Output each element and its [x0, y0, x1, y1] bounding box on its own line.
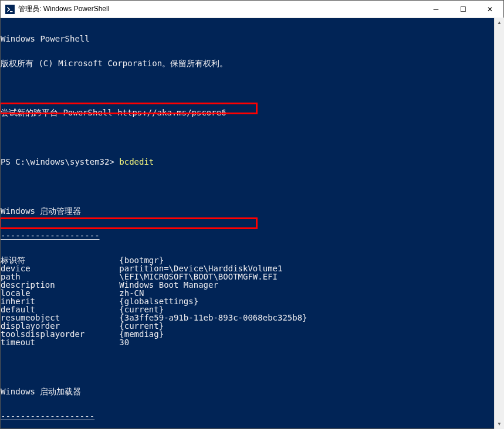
output-row: default {current}	[1, 305, 503, 314]
row-key: toolsdisplayorder	[1, 330, 119, 338]
blank-line	[1, 363, 503, 371]
output-row: device partition=\Device\HarddiskVolume1	[1, 264, 503, 273]
header-line: Windows PowerShell	[1, 35, 503, 43]
pscore-line: 尝试新的跨平台 PowerShell https://aka.ms/pscore…	[1, 108, 503, 117]
row-key: timeout	[1, 338, 119, 346]
row-key: displayorder	[1, 322, 119, 330]
output-row: description Windows Boot Manager	[1, 281, 503, 289]
scroll-down-button[interactable]: ▼	[495, 419, 504, 429]
scroll-up-button[interactable]: ▲	[495, 18, 504, 28]
row-value: 30	[119, 338, 129, 346]
row-value: {globalsettings}	[119, 297, 198, 305]
section-title: Windows 启动管理器	[1, 207, 503, 215]
row-key: inherit	[1, 297, 119, 305]
row-value: {memdiag}	[119, 330, 164, 338]
vertical-scrollbar[interactable]: ▲ ▼	[494, 18, 504, 429]
row-value: {current}	[119, 305, 164, 314]
titlebar[interactable]: 管理员: Windows PowerShell ─ ☐ ✕	[1, 1, 503, 18]
annotation-box-winload-path	[1, 217, 258, 229]
row-key: path	[1, 273, 119, 281]
output-row: path \EFI\MICROSOFT\BOOT\BOOTMGFW.EFI	[1, 273, 503, 281]
row-value: Windows Boot Manager	[119, 281, 218, 289]
window-title: 管理员: Windows PowerShell	[18, 4, 422, 14]
blank-line	[1, 84, 503, 92]
row-value: {current}	[119, 322, 164, 330]
section-underline: --------------------	[1, 231, 503, 240]
command-text: bcdedit	[119, 157, 154, 166]
scroll-track[interactable]	[495, 28, 504, 419]
section-underline: -------------------	[1, 412, 503, 420]
window-controls: ─ ☐ ✕	[422, 1, 503, 18]
row-key: description	[1, 281, 119, 289]
row-value: zh-CN	[119, 289, 144, 297]
prompt-line: PS C:\windows\system32> bcdedit	[1, 158, 503, 166]
maximize-button[interactable]: ☐	[449, 1, 476, 18]
row-value: {3a3ffe59-a91b-11eb-893c-0068ebc325b8}	[119, 314, 307, 322]
blank-line	[1, 133, 503, 141]
blank-line	[1, 182, 503, 190]
copyright-line: 版权所有 (C) Microsoft Corporation。保留所有权利。	[1, 59, 503, 67]
powershell-window: 管理员: Windows PowerShell ─ ☐ ✕ Windows Po…	[0, 0, 504, 429]
row-value: partition=\Device\HarddiskVolume1	[119, 264, 282, 273]
row-value: \EFI\MICROSOFT\BOOT\BOOTMGFW.EFI	[119, 273, 278, 281]
section-title: Windows 启动加载器	[1, 387, 503, 396]
row-key: locale	[1, 289, 119, 297]
row-key: device	[1, 264, 119, 273]
powershell-icon	[5, 5, 15, 14]
output-row: timeout 30	[1, 338, 503, 346]
row-key: default	[1, 305, 119, 314]
output-row: resumeobject {3a3ffe59-a91b-11eb-893c-00…	[1, 314, 503, 322]
terminal-output[interactable]: Windows PowerShell 版权所有 (C) Microsoft Co…	[1, 18, 503, 428]
output-row: locale zh-CN	[1, 289, 503, 297]
output-row: toolsdisplayorder {memdiag}	[1, 330, 503, 338]
row-key: 标识符	[1, 256, 119, 264]
output-row: displayorder {current}	[1, 322, 503, 330]
output-row: inherit {globalsettings}	[1, 297, 503, 305]
close-button[interactable]: ✕	[476, 1, 503, 18]
row-key: resumeobject	[1, 314, 119, 322]
row-value: {bootmgr}	[119, 256, 164, 264]
output-row: 标识符 {bootmgr}	[1, 256, 503, 264]
minimize-button[interactable]: ─	[422, 1, 449, 18]
